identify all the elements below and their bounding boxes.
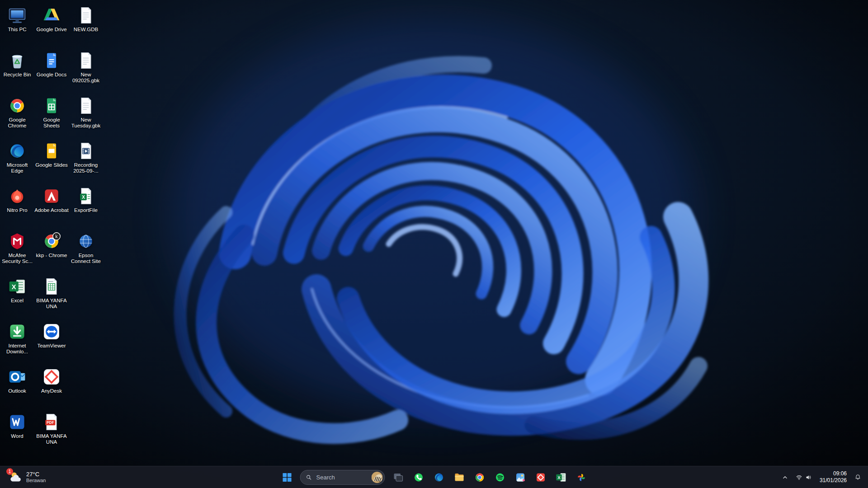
desktop-icon-label: Nitro Pro [0, 207, 34, 213]
google-photos-button[interactable] [572, 468, 590, 486]
desktop-icon-bima-yanfa-una-sheet[interactable]: BIMA YANFA UNA [34, 276, 69, 310]
desktop-icon-label: This PC [0, 27, 34, 33]
app-icon [494, 471, 506, 483]
desktop-icon-label: Excel [0, 298, 34, 304]
quick-settings-button[interactable] [793, 468, 815, 486]
file-explorer-button[interactable] [450, 468, 468, 486]
notification-center-button[interactable] [851, 468, 864, 486]
desktop-icon-anydesk[interactable]: AnyDesk [34, 366, 69, 394]
desktop-icon-label: Epson Connect Site [69, 253, 103, 264]
desktop-icon-label: Google Docs [34, 72, 69, 78]
desktop-icon-label: Recording 2025-09-... [69, 162, 103, 174]
desktop-icon-label: Outlook [0, 388, 34, 394]
clock[interactable]: 09:06 31/01/2026 [816, 468, 850, 486]
weather-badge: 1 [6, 468, 13, 475]
desktop-icon-google-docs[interactable]: Google Docs [34, 50, 69, 78]
desktop-icon-google-slides[interactable]: Google Slides [34, 140, 69, 168]
desktop-icon-nitro-pro[interactable]: Nitro Pro [0, 185, 34, 213]
desktop-icon-glyph [42, 231, 61, 251]
desktop-icon-teamviewer[interactable]: TeamViewer [34, 321, 69, 349]
desktop-icon-glyph [76, 141, 96, 161]
system-tray: 09:06 31/01/2026 [778, 466, 864, 488]
desktop-icon-word[interactable]: Word [0, 411, 34, 439]
desktop-icon-outlook[interactable]: Outlook [0, 366, 34, 394]
chrome-button[interactable] [471, 468, 489, 486]
desktop-icon-glyph [76, 5, 96, 25]
bell-icon [854, 474, 862, 481]
desktop-icon-recycle-bin[interactable]: Recycle Bin [0, 50, 34, 78]
desktop-icon-label: NEW.GDB [69, 27, 103, 33]
start-button[interactable] [278, 468, 296, 486]
search-input[interactable] [316, 474, 368, 481]
desktop-icon-mcafee-security[interactable]: McAfee Security Sc... [0, 230, 34, 264]
whatsapp-button[interactable] [410, 468, 428, 486]
app-icon [392, 471, 404, 483]
weather-widget[interactable]: 1 27°C Berawan [5, 466, 49, 488]
desktop-icon-new-092025-gbk[interactable]: New 092025.gbk [69, 50, 103, 84]
app-icon [473, 471, 486, 483]
excel-button[interactable] [552, 468, 570, 486]
desktop-icon-glyph [7, 186, 27, 206]
desktop-icon-epson-connect-site[interactable]: Epson Connect Site [69, 230, 103, 264]
clock-date: 31/01/2026 [820, 477, 847, 484]
weather-temperature: 27°C [26, 471, 46, 478]
desktop-icon-label: New 092025.gbk [69, 72, 103, 84]
desktop-icon-glyph [7, 141, 27, 161]
desktop-icon-glyph [7, 5, 27, 25]
desktop-icon-internet-download-manager[interactable]: Internet Downlo... [0, 321, 34, 355]
desktop-icon-this-pc[interactable]: This PC [0, 5, 34, 33]
desktop-icon-label: Google Slides [34, 162, 69, 168]
desktop-icon-bima-yanfa-una-pdf[interactable]: BIMA YANFA UNA [34, 411, 69, 445]
spotify-button[interactable] [491, 468, 509, 486]
desktop-icon-label: Word [0, 433, 34, 439]
app-icon [514, 471, 526, 483]
desktop-icon-label: AnyDesk [34, 388, 69, 394]
desktop-icon-google-drive[interactable]: Google Drive [34, 5, 69, 33]
desktop-icon-adobe-acrobat[interactable]: Adobe Acrobat [34, 185, 69, 213]
photos-button[interactable] [511, 468, 529, 486]
desktop-icon-glyph [42, 96, 61, 116]
desktop-icon-glyph [7, 231, 27, 251]
desktop-icon-google-sheets[interactable]: Google Sheets [34, 95, 69, 129]
windows-logo-icon [281, 471, 293, 483]
desktop-icon-new-gdb[interactable]: NEW.GDB [69, 5, 103, 33]
desktop-icon-label: McAfee Security Sc... [0, 253, 34, 264]
desktop-icon-glyph [7, 96, 27, 116]
app-icon [534, 471, 547, 483]
volume-icon [805, 474, 812, 481]
search-highlight-image[interactable] [372, 472, 383, 483]
app-icon [453, 471, 465, 483]
desktop-icon-glyph [42, 322, 61, 342]
desktop-icon-label: TeamViewer [34, 343, 69, 349]
desktop-icon-glyph [7, 51, 27, 70]
chevron-up-icon [781, 474, 789, 481]
desktop-icon-excel[interactable]: Excel [0, 276, 34, 304]
desktop-icon-label: Google Sheets [34, 117, 69, 129]
search-icon [306, 474, 312, 481]
desktop-icon-glyph [42, 367, 61, 387]
desktop-icon-recording-2025-09[interactable]: Recording 2025-09-... [69, 140, 103, 174]
desktop-icon-kkp-chrome[interactable]: kkp - Chrome [34, 230, 69, 258]
desktop-icon-label: Internet Downlo... [0, 343, 34, 355]
desktop-icon-label: Recycle Bin [0, 72, 34, 78]
task-view-button[interactable] [389, 468, 407, 486]
clock-time: 09:06 [833, 470, 847, 477]
desktop-icon-glyph [76, 51, 96, 70]
edge-button[interactable] [430, 468, 448, 486]
desktop-icon-microsoft-edge[interactable]: Microsoft Edge [0, 140, 34, 174]
desktop-icon-new-tuesday-gbk[interactable]: New Tuesday.gbk [69, 95, 103, 129]
taskbar-center [278, 466, 590, 488]
desktop-icon-label: ExportFile [69, 207, 103, 213]
wifi-icon [795, 474, 803, 481]
desktop-icon-google-chrome[interactable]: Google Chrome [0, 95, 34, 129]
taskbar-search[interactable] [300, 470, 385, 485]
desktop-icon-glyph [42, 186, 61, 206]
desktop-icon-label: BIMA YANFA UNA [34, 433, 69, 445]
desktop-icon-glyph [7, 322, 27, 342]
tray-overflow-button[interactable] [778, 468, 792, 486]
anydesk-button[interactable] [532, 468, 550, 486]
taskbar: 1 27°C Berawan [0, 466, 868, 488]
desktop-icon-label: Google Drive [34, 27, 69, 33]
desktop-icon-exportfile[interactable]: ExportFile [69, 185, 103, 213]
app-icon [412, 471, 425, 483]
